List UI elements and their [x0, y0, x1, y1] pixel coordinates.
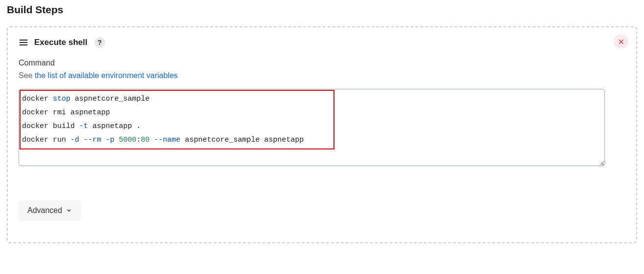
build-step-card: Execute shell ? Command See the list of …: [7, 26, 637, 243]
code-token: docker run: [22, 136, 70, 144]
chevron-down-icon: [66, 208, 72, 213]
code-token: docker build: [22, 122, 79, 130]
code-token: aspnetapp .: [92, 122, 141, 130]
command-help: See the list of available environment va…: [19, 71, 625, 80]
code-line: docker run -d --rm -p 5000:80 --name asp…: [22, 133, 600, 147]
code-token: stop: [53, 95, 75, 103]
code-token: --name: [150, 136, 185, 144]
command-textarea-wrap: docker stop aspnetcore_sampledocker rmi …: [19, 89, 605, 166]
delete-step-button[interactable]: [614, 34, 628, 49]
code-line: docker rmi aspnetapp: [22, 106, 600, 120]
code-line: docker stop aspnetcore_sample: [22, 92, 600, 106]
code-token: aspnetcore_sample aspnetapp: [185, 136, 304, 144]
step-header: Execute shell ?: [19, 37, 625, 48]
advanced-button[interactable]: Advanced: [19, 200, 81, 221]
code-token: :: [136, 136, 141, 144]
code-token: 5000: [119, 136, 136, 144]
step-name: Execute shell: [34, 38, 88, 47]
env-vars-link[interactable]: the list of available environment variab…: [35, 71, 178, 80]
advanced-label: Advanced: [27, 206, 62, 215]
help-prefix: See: [19, 71, 35, 80]
command-textarea[interactable]: docker stop aspnetcore_sampledocker rmi …: [19, 89, 604, 166]
code-token: -t: [79, 122, 92, 130]
code-token: docker rmi aspnetapp: [22, 108, 110, 117]
code-line: docker build -t aspnetapp .: [22, 120, 600, 133]
code-token: -d --rm -p: [70, 136, 119, 144]
code-token: aspnetcore_sample: [75, 95, 150, 103]
code-token: 80: [141, 136, 150, 144]
code-token: docker: [22, 95, 53, 103]
section-title: Build Steps: [7, 4, 637, 16]
help-icon[interactable]: ?: [94, 37, 105, 48]
drag-handle-icon[interactable]: [19, 38, 28, 47]
command-label: Command: [19, 59, 625, 67]
